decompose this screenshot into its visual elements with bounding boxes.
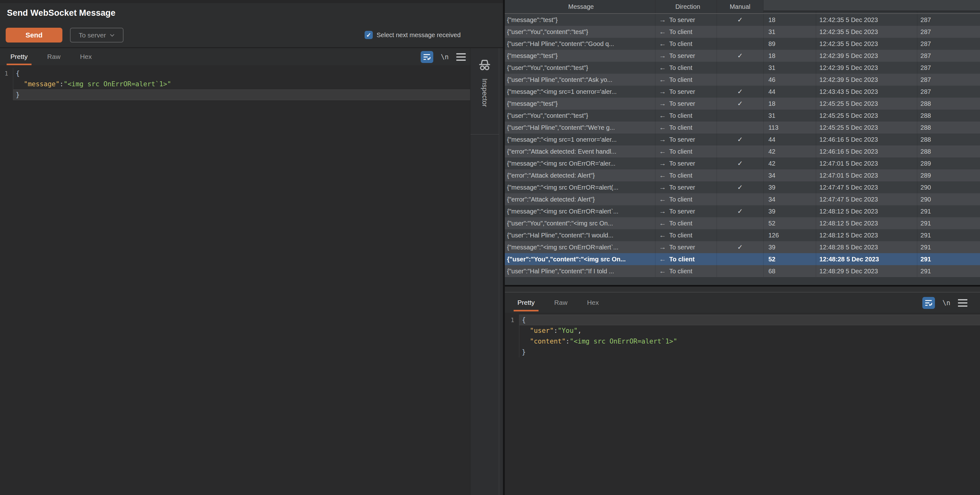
arrow-right-icon: → xyxy=(659,52,666,60)
line-number: 1 xyxy=(0,68,13,79)
cell-port: 287 xyxy=(917,86,980,98)
table-row[interactable]: {"message":"<img src OnErrOR=alert`...→T… xyxy=(505,205,980,217)
cell-time: 12:48:28 5 Dec 2023 xyxy=(816,253,917,265)
arrow-left-icon: ← xyxy=(659,231,666,239)
newline-toggle-icon[interactable]: \n xyxy=(942,299,950,307)
composer-code-editor[interactable]: 1{ "message":"<img src OnErrOR=alert`1>"… xyxy=(0,65,470,495)
code-line: "user":"You", xyxy=(505,325,980,336)
tab-raw[interactable]: Raw xyxy=(550,294,571,311)
cell-direction: →To server xyxy=(655,181,717,194)
arrow-right-icon: → xyxy=(659,183,666,192)
cell-port: 288 xyxy=(917,146,980,157)
cell-port: 288 xyxy=(917,122,980,133)
cell-length: 52 xyxy=(764,253,816,265)
table-row[interactable]: {"message":"test"}→To server✓1812:42:39 … xyxy=(505,50,980,62)
cell-message: {"user":"Hal Pline","content":"Good q... xyxy=(505,38,655,50)
tab-pretty[interactable]: Pretty xyxy=(6,48,32,65)
table-row[interactable]: {"error":"Attack detected: Alert"}←To cl… xyxy=(505,170,980,181)
arrow-left-icon: ← xyxy=(659,28,666,36)
column-header-message[interactable]: Message xyxy=(505,0,655,13)
hamburger-menu-icon[interactable] xyxy=(958,299,967,307)
cell-direction: ←To client xyxy=(655,74,717,86)
cell-length: 34 xyxy=(764,194,816,205)
cell-length: 42 xyxy=(764,146,816,157)
send-button[interactable]: Send xyxy=(6,28,62,43)
code-line: 1{ xyxy=(0,68,470,79)
check-icon: ✓ xyxy=(737,184,743,191)
hamburger-menu-icon[interactable] xyxy=(456,53,466,61)
table-row[interactable]: {"error":"Attack detected: Alert"}←To cl… xyxy=(505,194,980,205)
cell-time: 12:47:01 5 Dec 2023 xyxy=(816,170,917,181)
cell-direction: ←To client xyxy=(655,146,717,157)
cell-length: 39 xyxy=(764,205,816,217)
cell-port: 287 xyxy=(917,26,980,38)
table-row[interactable]: {"message":"<img src OnErrOR='aler...→To… xyxy=(505,157,980,170)
table-row[interactable]: {"user":"You","content":"test"}←To clien… xyxy=(505,26,980,38)
word-wrap-icon[interactable] xyxy=(421,51,433,63)
table-row[interactable]: {"user":"You","content":"test"}←To clien… xyxy=(505,109,980,122)
cell-direction: ←To client xyxy=(655,194,717,205)
code-text: } xyxy=(519,347,980,357)
arrow-left-icon: ← xyxy=(659,63,666,72)
cell-length: 52 xyxy=(764,217,816,229)
cell-direction: →To server xyxy=(655,98,717,109)
cell-time: 12:42:39 5 Dec 2023 xyxy=(816,50,917,62)
arrow-left-icon: ← xyxy=(659,148,666,155)
table-row[interactable]: {"message":"<img src OnErrOR=alert(...→T… xyxy=(505,181,980,194)
code-line: "message":"<img src OnErrOR=alert`1>" xyxy=(0,79,470,89)
cell-manual: ✓ xyxy=(717,86,764,98)
cell-port: 291 xyxy=(917,241,980,253)
cell-time: 12:48:12 5 Dec 2023 xyxy=(816,217,917,229)
horizontal-splitter[interactable] xyxy=(505,285,980,292)
table-row[interactable]: {"message":"<img src OnErrOR=alert`...→T… xyxy=(505,241,980,253)
direction-select[interactable]: To server xyxy=(70,28,124,43)
table-row[interactable]: {"message":"<img src=1 onerror='aler...→… xyxy=(505,86,980,98)
composer-editor-toolbar: \n xyxy=(421,51,466,63)
cell-message: {"error":"Attack detected: Alert"} xyxy=(505,194,655,205)
table-row[interactable]: {"user":"Hal Pline","content":"Good q...… xyxy=(505,38,980,50)
cell-port: 287 xyxy=(917,14,980,26)
newline-toggle-icon[interactable]: \n xyxy=(441,53,449,61)
table-row[interactable]: {"error":"Attack detected: Event handl..… xyxy=(505,146,980,157)
arrow-right-icon: → xyxy=(659,159,666,168)
cell-message: {"message":"test"} xyxy=(505,14,655,26)
table-row[interactable]: {"message":"test"}→To server✓1812:45:25 … xyxy=(505,98,980,109)
table-row[interactable]: {"message":"test"}→To server✓1812:42:35 … xyxy=(505,14,980,26)
select-next-message-option[interactable]: ✓ Select next message received xyxy=(364,31,461,39)
cell-direction: →To server xyxy=(655,241,717,253)
check-icon: ✓ xyxy=(737,100,743,107)
tab-pretty[interactable]: Pretty xyxy=(514,294,539,311)
tab-hex[interactable]: Hex xyxy=(583,294,603,311)
table-row[interactable]: {"user":"You","content":"<img src On...←… xyxy=(505,217,980,229)
cell-message: {"message":"<img src=1 onerror='aler... xyxy=(505,86,655,98)
cell-message: {"message":"<img src OnErrOR='aler... xyxy=(505,157,655,170)
arrow-left-icon: ← xyxy=(659,40,666,48)
cell-direction: ←To client xyxy=(655,26,717,38)
checkbox-checked-icon[interactable]: ✓ xyxy=(364,31,373,39)
cell-manual xyxy=(717,253,764,265)
table-row[interactable]: {"user":"You","content":"test"}←To clien… xyxy=(505,62,980,74)
viewer-code-editor[interactable]: 1{ "user":"You", "content":"<img src OnE… xyxy=(505,313,980,495)
word-wrap-icon[interactable] xyxy=(922,297,935,309)
column-header-direction[interactable]: Direction xyxy=(655,0,717,13)
websocket-history-table: Message Direction Manual {"message":"tes… xyxy=(505,0,980,285)
cell-time: 12:42:35 5 Dec 2023 xyxy=(816,38,917,50)
table-row[interactable]: {"user":"Hal Pline","content":"I would..… xyxy=(505,229,980,241)
cell-message: {"user":"Hal Pline","content":"We're g..… xyxy=(505,122,655,133)
cell-manual xyxy=(717,217,764,229)
table-row[interactable]: {"message":"<img src=1 onerror='aler...→… xyxy=(505,133,980,146)
table-row[interactable]: {"user":"Hal Pline","content":"If I told… xyxy=(505,265,980,277)
table-row[interactable]: {"user":"Hal Pline","content":"We're g..… xyxy=(505,122,980,133)
table-row[interactable]: {"user":"You","content":"<img src On...←… xyxy=(505,253,980,265)
tab-raw[interactable]: Raw xyxy=(43,48,64,65)
arrow-right-icon: → xyxy=(659,100,666,108)
cell-length: 44 xyxy=(764,86,816,98)
table-row[interactable]: {"user":"Hal Pline","content":"Ask yo...… xyxy=(505,74,980,86)
check-icon: ✓ xyxy=(737,16,743,24)
column-header-manual[interactable]: Manual xyxy=(717,0,764,13)
cell-manual: ✓ xyxy=(717,181,764,194)
tab-hex[interactable]: Hex xyxy=(76,48,95,65)
inspector-tab[interactable]: Inspector xyxy=(471,48,499,135)
inspector-tab-label: Inspector xyxy=(480,78,489,107)
code-line: 1{ xyxy=(505,314,980,325)
